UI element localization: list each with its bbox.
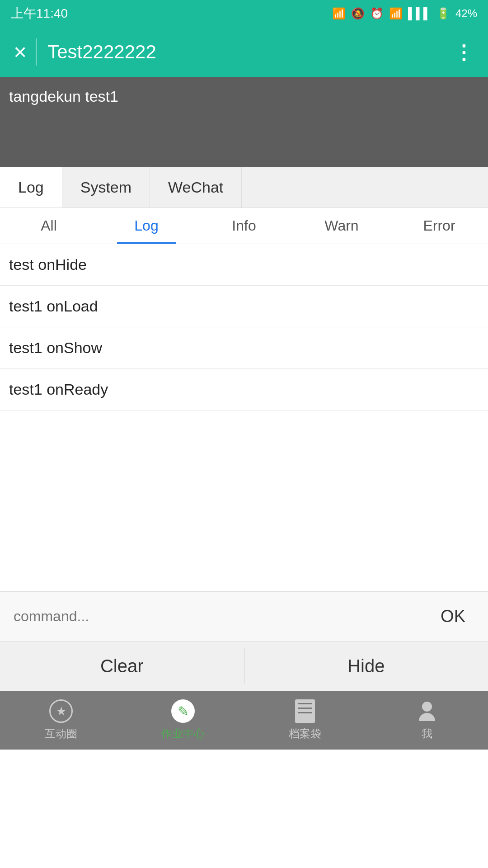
log-empty-space bbox=[0, 410, 488, 591]
pencil-icon: ✎ bbox=[171, 699, 195, 723]
command-bar: OK bbox=[0, 591, 488, 641]
alarm-icon: ⏰ bbox=[370, 7, 384, 20]
subtab-info[interactable]: Info bbox=[195, 208, 293, 244]
subtab-log[interactable]: Log bbox=[98, 208, 195, 244]
main-tab-bar: Log System WeChat bbox=[0, 167, 488, 208]
person-icon bbox=[415, 699, 439, 723]
battery-percent: 42% bbox=[455, 7, 477, 20]
app-bar: × Test2222222 ⋮ bbox=[0, 27, 488, 77]
log-item: test1 onShow bbox=[0, 327, 488, 369]
tab-log[interactable]: Log bbox=[0, 167, 62, 208]
document-icon bbox=[293, 699, 317, 723]
preview-area: tangdekun test1 bbox=[0, 77, 488, 167]
nav-label-dangan: 档案袋 bbox=[289, 726, 321, 741]
subtab-all[interactable]: All bbox=[0, 208, 98, 244]
command-input[interactable] bbox=[9, 604, 427, 629]
sub-tab-bar: All Log Info Warn Error bbox=[0, 208, 488, 244]
log-item: test1 onReady bbox=[0, 369, 488, 410]
app-bar-divider bbox=[36, 38, 37, 66]
clear-button[interactable]: Clear bbox=[0, 642, 244, 691]
log-list: test onHide test1 onLoad test1 onShow te… bbox=[0, 244, 488, 410]
nav-label-wo: 我 bbox=[422, 726, 432, 741]
nav-label-hudong: 互动圈 bbox=[45, 726, 77, 741]
nav-label-zuoye: 作业中心 bbox=[161, 726, 205, 741]
ok-button[interactable]: OK bbox=[427, 602, 479, 631]
nav-item-dangan[interactable]: 档案袋 bbox=[244, 691, 366, 750]
bottom-nav: ★ 互动圈 ✎ 作业中心 档案袋 我 bbox=[0, 691, 488, 750]
star-icon: ★ bbox=[49, 699, 73, 723]
close-button[interactable]: × bbox=[14, 41, 27, 63]
tab-wechat[interactable]: WeChat bbox=[150, 167, 242, 208]
status-icons: 📶 🔕 ⏰ 📶 ▌▌▌ 🔋 42% bbox=[332, 7, 477, 20]
subtab-error[interactable]: Error bbox=[390, 208, 488, 244]
signal-icon: ▌▌▌ bbox=[408, 7, 431, 20]
preview-text: tangdekun test1 bbox=[9, 88, 118, 105]
tab-system[interactable]: System bbox=[62, 167, 150, 208]
nav-item-hudong[interactable]: ★ 互动圈 bbox=[0, 691, 122, 750]
battery-icon: 🔋 bbox=[436, 7, 450, 20]
nav-item-zuoye[interactable]: ✎ 作业中心 bbox=[122, 691, 244, 750]
more-menu-button[interactable]: ⋮ bbox=[454, 41, 474, 64]
log-item: test onHide bbox=[0, 244, 488, 286]
action-buttons: Clear Hide bbox=[0, 641, 488, 691]
status-bar: 上午11:40 📶 🔕 ⏰ 📶 ▌▌▌ 🔋 42% bbox=[0, 0, 488, 27]
hide-button[interactable]: Hide bbox=[244, 642, 488, 691]
mute-icon: 🔕 bbox=[351, 7, 365, 20]
log-item: test1 onLoad bbox=[0, 286, 488, 327]
app-title: Test2222222 bbox=[47, 41, 454, 63]
bluetooth-icon: 📶 bbox=[332, 7, 346, 20]
status-time: 上午11:40 bbox=[11, 5, 68, 22]
wifi-icon: 📶 bbox=[389, 7, 403, 20]
subtab-warn[interactable]: Warn bbox=[293, 208, 390, 244]
nav-item-wo[interactable]: 我 bbox=[366, 691, 488, 750]
